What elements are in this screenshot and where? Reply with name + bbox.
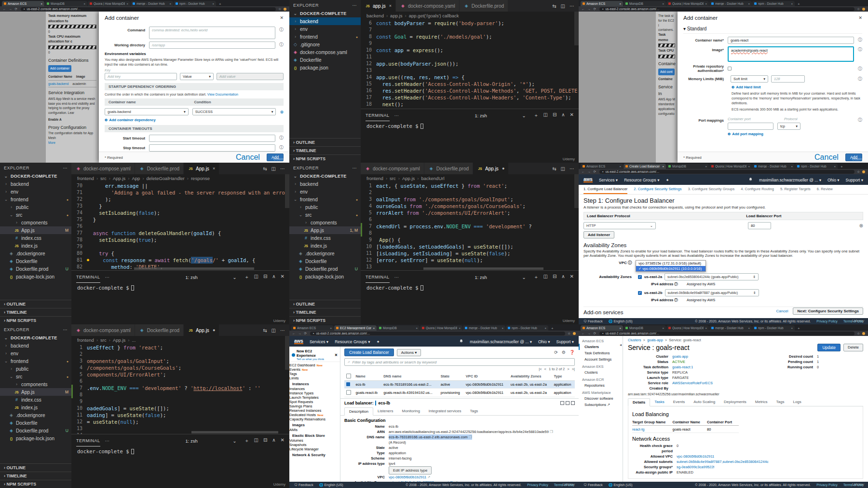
add-container-dependency-link[interactable]: Add container dependency <box>109 118 155 122</box>
info-icon[interactable]: ⓘ <box>279 42 284 48</box>
nav-arrows-icon[interactable]: ← → ⟳ <box>3 7 18 11</box>
tree-item--gitignore[interactable]: ◇.gitignore <box>289 41 361 48</box>
help-icon[interactable]: ❓ <box>570 350 575 355</box>
close-panel-icon[interactable]: ✕ <box>281 274 285 280</box>
new-terminal-icon[interactable]: ＋ <box>244 437 249 444</box>
tree-item-docker-complete[interactable]: ⌄DOCKER-COMPLETE <box>0 334 71 342</box>
feedback-button[interactable]: 🗨 Feedback <box>583 320 603 323</box>
split-terminal-icon[interactable]: ◫ <box>254 274 258 280</box>
close-panel-icon[interactable]: ✕ <box>281 437 285 444</box>
more-actions-icon[interactable]: ⋯ <box>570 3 574 9</box>
new-tab-icon[interactable]: + <box>795 2 802 6</box>
close-tab-icon[interactable]: × <box>748 165 750 168</box>
browser-url-bar[interactable]: ← → ⟳▪us-east-2.console.aws.amazon.com/…… <box>289 331 579 336</box>
close-panel-icon[interactable]: ✕ <box>570 112 574 119</box>
list-item[interactable]: 2. Configure Security Settings <box>634 187 681 194</box>
list-item[interactable]: Limits <box>289 376 340 380</box>
avatar[interactable] <box>573 332 576 335</box>
list-item[interactable]: 4. Configure Routing <box>741 187 774 194</box>
browser-tab[interactable]: MongoDB× <box>624 1 666 6</box>
close-tab-icon[interactable]: × <box>83 2 85 5</box>
horizontal-scrollbar[interactable] <box>134 267 254 270</box>
list-item[interactable]: App.js <box>107 176 126 181</box>
tree-item-index-js[interactable]: JSindex.js <box>0 404 71 411</box>
tree-item-frontend[interactable]: ⌄frontend● <box>289 195 361 203</box>
add-container-button[interactable]: Add container <box>48 65 71 72</box>
close-tab-icon[interactable]: × <box>389 3 392 8</box>
close-icon[interactable]: ✕ <box>280 15 284 20</box>
resource-groups-menu[interactable]: Resource Groups ▾ <box>624 178 659 182</box>
shell-select[interactable]: 1: zsh⌄ <box>472 274 529 280</box>
ellipsis-icon[interactable]: ⋯ <box>105 275 110 280</box>
tree-item--dockerignore[interactable]: ◈.dockerignore <box>0 411 71 419</box>
close-tab-icon[interactable]: × <box>41 2 42 5</box>
editor-tab-docker-compose-yaml[interactable]: ◈docker-compose.yaml <box>361 163 424 174</box>
browser-tab[interactable]: merge - Docker Hub× <box>709 325 752 331</box>
filter-input[interactable]: ⌕Filter by tags and attributes or search… <box>344 358 575 366</box>
image-input[interactable]: academind/goals-react <box>731 48 768 53</box>
bell-icon[interactable] <box>459 339 463 344</box>
star-icon[interactable]: ☆ <box>857 170 860 174</box>
close-tab-icon[interactable]: × <box>791 2 793 5</box>
container-port-input[interactable] <box>728 123 773 130</box>
nav-section-header[interactable]: Network & Security <box>289 451 340 458</box>
split-editor-icon[interactable]: ◫ <box>271 328 276 333</box>
info-icon[interactable]: ⓘ <box>858 66 862 72</box>
field-value[interactable]: subnet-0b5b8c4e99a8f7887,subnet-0bc2e853… <box>677 459 769 464</box>
close-tab-icon[interactable]: × <box>662 2 664 5</box>
maximize-panel-icon[interactable]: ∧ <box>561 274 565 280</box>
list-item[interactable]: backendUrl <box>415 176 444 181</box>
tree-item-dockerfile[interactable]: ◈Dockerfile <box>0 257 71 265</box>
tree-item-index-css[interactable]: #index.css <box>289 234 361 242</box>
unsaved-dot-icon[interactable]: ● <box>213 328 215 333</box>
tree-item-package-lock-json[interactable]: {}package-lock.json <box>0 273 71 280</box>
open-changes-icon[interactable]: ⇆ <box>552 3 556 9</box>
close-tab-icon[interactable]: × <box>705 165 707 168</box>
list-item[interactable]: AMIs <box>289 428 340 432</box>
tree-item-docker-complete[interactable]: ⌄DOCKER-COMPLETE <box>0 172 71 180</box>
table-row[interactable]: ecs-lbecs-lb-763189166.us-east-2...activ… <box>344 381 575 389</box>
close-tab-icon[interactable]: × <box>791 165 793 168</box>
support-menu[interactable]: Support ▾ <box>846 178 863 182</box>
list-item[interactable]: Instance Types <box>289 391 340 395</box>
protocol-select[interactable]: HTTP <box>586 223 596 228</box>
list-item[interactable]: app.js <box>384 13 403 18</box>
editor-tab-docker-compose-yaml[interactable]: ◈docker-compose.yaml <box>396 0 460 12</box>
region-menu[interactable]: Ohio ▾ <box>827 178 840 182</box>
env-value-dropdown[interactable]: Value <box>183 74 192 79</box>
list-item[interactable]: Volumes <box>289 438 340 443</box>
browser-tab[interactable]: Amazon ECS× <box>581 164 623 169</box>
list-item[interactable]: frontend <box>77 176 94 181</box>
tree-item-components[interactable]: ›components <box>0 219 71 226</box>
nav-section-header[interactable]: Images <box>289 421 340 428</box>
outline-section[interactable]: › OUTLINE <box>289 138 361 146</box>
tree-item-frontend[interactable]: ⌄frontend● <box>0 357 71 365</box>
browser-tab[interactable]: Quora | How MongoDB N...× <box>666 1 709 6</box>
tab-listeners[interactable]: Listeners <box>373 407 397 415</box>
unsaved-dot-icon[interactable]: ● <box>502 166 504 171</box>
scrollbar[interactable] <box>574 12 579 45</box>
tree-item-package-lock-json[interactable]: {}package-lock.json <box>289 273 361 280</box>
new-tab-icon[interactable]: + <box>795 326 802 331</box>
privacy-link[interactable]: Privacy Policy <box>527 483 548 487</box>
list-item[interactable]: app.get('/goals') callback <box>402 13 459 18</box>
npm-scripts-section[interactable]: › NPM SCRIPTS <box>289 154 361 163</box>
list-item[interactable]: Metrics <box>751 398 772 406</box>
info-icon[interactable]: ⓘ <box>279 135 284 141</box>
actions-button[interactable]: Actions ▾ <box>397 349 421 356</box>
account-menu[interactable]: maximilian.schwarzmueller @ ... ▾ <box>759 178 821 182</box>
browser-url-bar[interactable]: ← → ⟳▪us-east-2.console.aws.amazon.com/…… <box>579 6 868 12</box>
container-name-input[interactable]: goals-react <box>728 37 854 44</box>
editor-tab-docker-compose-yaml[interactable]: ◈docker-compose.yaml <box>71 163 135 174</box>
tree-item-index-js[interactable]: JSindex.js <box>0 242 71 250</box>
terminal-output[interactable]: docker-complete $ <box>361 283 579 292</box>
browser-url-bar[interactable]: ← → ⟳▪us-east-2.console.aws.amazon.com/…… <box>0 6 289 12</box>
editor-tab-dockerfile-prod[interactable]: ◈Dockerfile.prod <box>135 324 184 336</box>
browser-tab[interactable]: npm - Docker Hub× <box>506 325 548 331</box>
new-tab-icon[interactable]: + <box>549 326 556 331</box>
star-icon[interactable]: ☆ <box>857 7 860 11</box>
tree-item-public[interactable]: ›public <box>289 203 361 211</box>
ellipsis-icon[interactable]: ⋯ <box>394 275 399 280</box>
list-item[interactable]: Lifecycle Manager <box>289 447 340 451</box>
tree-item-package-lock-json[interactable]: {}package-lock.json <box>0 434 71 442</box>
